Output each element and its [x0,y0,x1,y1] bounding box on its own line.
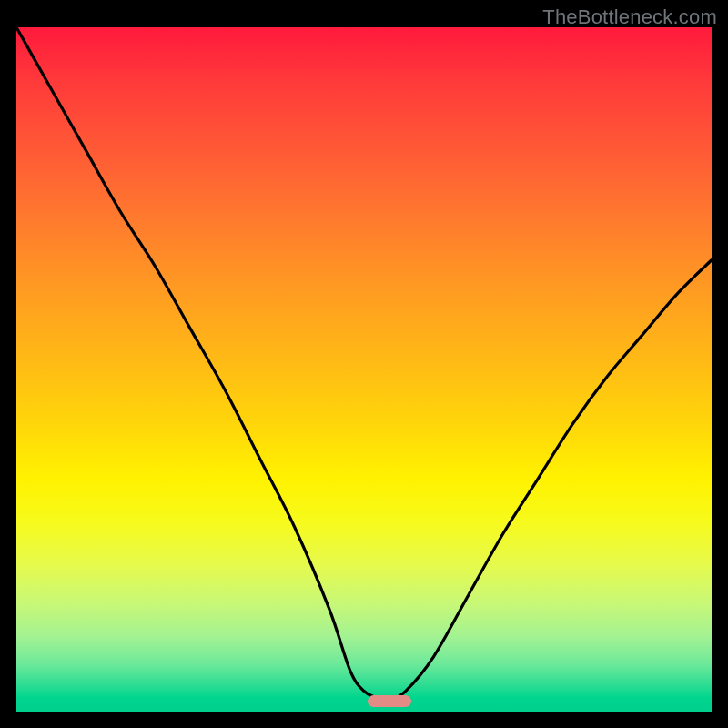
bottleneck-curve [16,27,712,712]
watermark-text: TheBottleneck.com [542,5,717,29]
plot-area [16,27,712,712]
chart-frame: TheBottleneck.com [0,0,728,728]
minimum-marker [368,695,411,707]
